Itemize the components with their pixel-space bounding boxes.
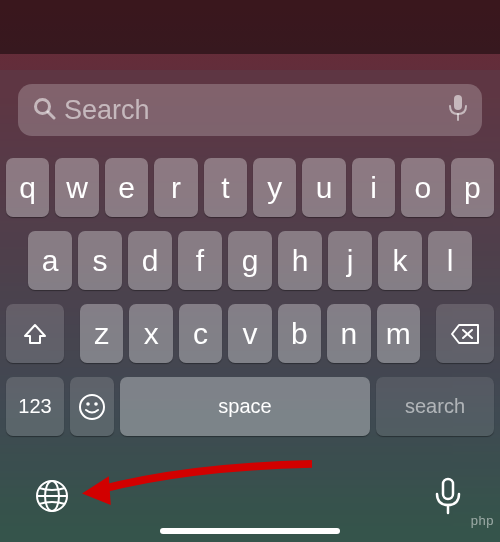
key-j[interactable]: j bbox=[328, 231, 372, 290]
key-g[interactable]: g bbox=[228, 231, 272, 290]
key-row-2: asdfghjkl bbox=[6, 231, 494, 290]
key-d[interactable]: d bbox=[128, 231, 172, 290]
key-c[interactable]: c bbox=[179, 304, 222, 363]
svg-line-1 bbox=[48, 112, 54, 118]
key-s[interactable]: s bbox=[78, 231, 122, 290]
key-row-4: 123 space search bbox=[6, 377, 494, 436]
key-q[interactable]: q bbox=[6, 158, 49, 217]
emoji-key[interactable] bbox=[70, 377, 114, 436]
key-u[interactable]: u bbox=[302, 158, 345, 217]
key-m[interactable]: m bbox=[377, 304, 420, 363]
key-b[interactable]: b bbox=[278, 304, 321, 363]
key-p[interactable]: p bbox=[451, 158, 494, 217]
space-key[interactable]: space bbox=[120, 377, 370, 436]
svg-point-6 bbox=[80, 395, 104, 419]
delete-key[interactable] bbox=[436, 304, 494, 363]
key-w[interactable]: w bbox=[55, 158, 98, 217]
shift-key[interactable] bbox=[6, 304, 64, 363]
key-row-1: qwertyuiop bbox=[6, 158, 494, 217]
top-dim-overlay bbox=[0, 0, 500, 54]
key-f[interactable]: f bbox=[178, 231, 222, 290]
search-field[interactable]: Search bbox=[18, 84, 482, 136]
key-r[interactable]: r bbox=[154, 158, 197, 217]
svg-rect-2 bbox=[454, 95, 462, 110]
key-z[interactable]: z bbox=[80, 304, 123, 363]
search-icon bbox=[32, 96, 56, 124]
key-y[interactable]: y bbox=[253, 158, 296, 217]
svg-point-8 bbox=[94, 402, 98, 406]
microphone-icon[interactable] bbox=[448, 94, 468, 126]
key-i[interactable]: i bbox=[352, 158, 395, 217]
numbers-key[interactable]: 123 bbox=[6, 377, 64, 436]
key-o[interactable]: o bbox=[401, 158, 444, 217]
globe-icon[interactable] bbox=[32, 476, 72, 516]
key-x[interactable]: x bbox=[129, 304, 172, 363]
home-indicator[interactable] bbox=[160, 528, 340, 534]
key-e[interactable]: e bbox=[105, 158, 148, 217]
key-n[interactable]: n bbox=[327, 304, 370, 363]
key-l[interactable]: l bbox=[428, 231, 472, 290]
svg-point-7 bbox=[86, 402, 90, 406]
key-k[interactable]: k bbox=[378, 231, 422, 290]
key-t[interactable]: t bbox=[204, 158, 247, 217]
watermark: php bbox=[471, 513, 494, 528]
keyboard-keys: qwertyuiop asdfghjkl zxcvbnm 123 bbox=[6, 158, 494, 450]
key-a[interactable]: a bbox=[28, 231, 72, 290]
search-action-key[interactable]: search bbox=[376, 377, 494, 436]
key-h[interactable]: h bbox=[278, 231, 322, 290]
dictation-icon[interactable] bbox=[428, 476, 468, 516]
search-placeholder: Search bbox=[64, 95, 448, 126]
key-v[interactable]: v bbox=[228, 304, 271, 363]
svg-rect-12 bbox=[443, 479, 453, 499]
key-row-3: zxcvbnm bbox=[6, 304, 494, 363]
